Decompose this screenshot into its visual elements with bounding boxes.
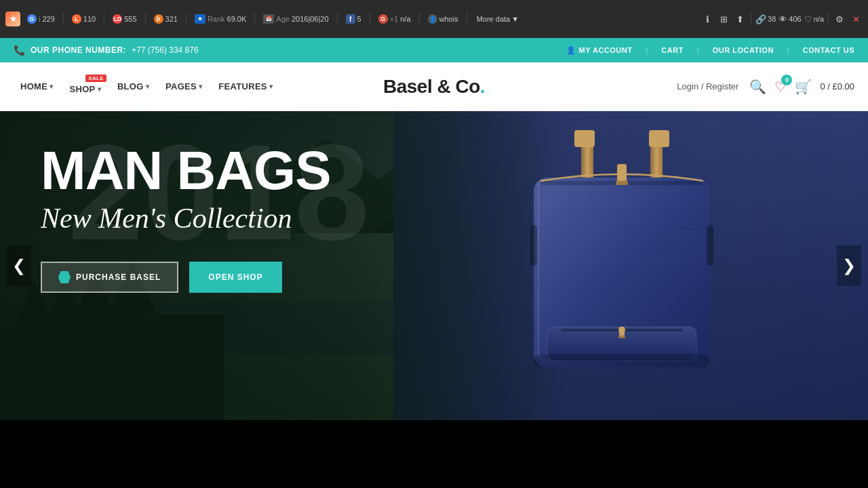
- metric-backlinks: b 321: [151, 13, 180, 25]
- separator: [419, 12, 420, 26]
- wishlist-count-badge: 0: [781, 75, 792, 85]
- svg-rect-30: [530, 225, 537, 266]
- login-register-link[interactable]: Login / Register: [677, 81, 738, 92]
- sale-badge: SALE: [85, 75, 106, 82]
- metric-google: G i 229: [24, 13, 58, 25]
- separator: [186, 12, 186, 26]
- nav-pages[interactable]: PAGES ▾: [159, 76, 209, 97]
- ext-count-links: 🔗 38: [755, 14, 776, 24]
- metric-rank: ⊕ Rank 69.0K: [192, 13, 249, 25]
- account-icon: 👤: [566, 46, 576, 55]
- phone-icon: 📞: [14, 45, 25, 56]
- blog-arrow-icon: ▾: [146, 83, 149, 90]
- top-bar-contact: 📞 OUR PHONE NUMBER: +77 (756) 334 876: [14, 45, 199, 56]
- purchase-button[interactable]: PURCHASE BASEL: [41, 262, 178, 293]
- backlinks-icon: b: [154, 14, 163, 24]
- browser-action-info[interactable]: ℹ: [701, 12, 714, 26]
- separator: [254, 12, 255, 26]
- svg-rect-34: [534, 354, 710, 367]
- google-icon: G: [27, 14, 37, 24]
- hero-next-button[interactable]: ❯: [837, 245, 861, 286]
- site-header: HOME ▾ SALE SHOP ▾ BLOG ▾ PAGES ▾ FEATUR…: [0, 62, 868, 111]
- metric-ld: LD 555: [110, 13, 139, 25]
- age-icon: 📅: [263, 14, 274, 24]
- browser-extension-icon: ★: [5, 12, 20, 26]
- more-data-button[interactable]: More data ▼: [473, 14, 523, 24]
- hero-subtitle: New Men's Collection: [41, 202, 331, 235]
- browser-action-buttons: ℹ ⊞ ⬆ 🔗 38 👁 406 ♡ n/a ⚙ ✕: [701, 12, 863, 26]
- nav-blog[interactable]: BLOG ▾: [111, 76, 156, 97]
- hero-content-area: MAN BAGS New Men's Collection PURCHASE B…: [41, 145, 331, 293]
- separator: [370, 12, 370, 26]
- phone-label: OUR PHONE NUMBER:: [31, 45, 126, 55]
- metric-age: 📅 Age 2016|06|20: [260, 13, 331, 25]
- separator: [467, 12, 467, 26]
- our-location-link[interactable]: OUR LOCATION: [713, 46, 774, 54]
- top-bar: 📞 OUR PHONE NUMBER: +77 (756) 334 876 👤 …: [0, 38, 868, 62]
- gplus-icon: G: [378, 14, 388, 24]
- main-nav: HOME ▾ SALE SHOP ▾ BLOG ▾ PAGES ▾ FEATUR…: [14, 73, 677, 100]
- separator: [828, 12, 829, 26]
- nav-home[interactable]: HOME ▾: [14, 76, 60, 97]
- home-arrow-icon: ▾: [50, 83, 53, 90]
- separator: [104, 12, 104, 26]
- ext-count-visits: 👁 406: [778, 14, 801, 24]
- open-shop-button[interactable]: OPEN SHOP: [189, 262, 281, 293]
- svg-rect-35: [537, 181, 540, 357]
- hero-buttons: PURCHASE BASEL OPEN SHOP: [41, 262, 331, 293]
- header-icons: 🔍 ♡ 0 🛒 0 / £0.00: [749, 79, 854, 95]
- nav-features[interactable]: FEATURES ▾: [212, 76, 279, 97]
- phone-number: +77 (756) 334 876: [132, 45, 198, 55]
- hero-section: 2018: [0, 111, 868, 420]
- pages-arrow-icon: ▾: [199, 83, 202, 90]
- metric-whois: 👤 whois: [425, 13, 461, 25]
- shop-arrow-icon: ▾: [98, 85, 101, 93]
- header-right-area: Login / Register 🔍 ♡ 0 🛒 0 / £0.00: [677, 79, 854, 95]
- my-account-link[interactable]: 👤 MY ACCOUNT: [566, 46, 632, 55]
- svg-rect-29: [618, 336, 625, 338]
- links-icon: L: [72, 14, 81, 24]
- svg-rect-33: [616, 181, 628, 185]
- metric-gplus: G +1 n/a: [376, 13, 414, 25]
- rank-icon: ⊕: [195, 14, 205, 24]
- purchase-icon: [58, 271, 71, 283]
- nav-shop[interactable]: SALE SHOP ▾: [63, 73, 108, 100]
- browser-action-share[interactable]: ⬆: [733, 12, 747, 26]
- metric-links: L 110: [69, 13, 98, 25]
- hero-bag-image: [396, 111, 848, 420]
- separator: [145, 12, 146, 26]
- contact-us-link[interactable]: CONTACT US: [803, 46, 854, 54]
- cart-total: 0 / £0.00: [820, 81, 854, 92]
- logo-dot: .: [480, 76, 485, 97]
- features-arrow-icon: ▾: [269, 83, 273, 90]
- search-icon[interactable]: 🔍: [749, 79, 766, 95]
- hero-prev-button[interactable]: ❮: [7, 245, 31, 286]
- svg-rect-19: [649, 130, 669, 147]
- browser-toolbar: ★ G i 229 L 110 LD 555 b 321 ⊕ Rank 69.0…: [0, 0, 868, 38]
- top-bar-links: 👤 MY ACCOUNT | CART | OUR LOCATION | CON…: [566, 46, 854, 55]
- website-content: 📞 OUR PHONE NUMBER: +77 (756) 334 876 👤 …: [0, 38, 868, 488]
- svg-rect-18: [574, 130, 595, 147]
- cart-link[interactable]: CART: [661, 46, 684, 54]
- browser-action-grid[interactable]: ⊞: [717, 12, 730, 26]
- separator: [751, 12, 751, 26]
- metric-facebook: f 5: [343, 13, 364, 25]
- site-logo[interactable]: Basel & Co.: [383, 76, 485, 98]
- facebook-icon: f: [346, 14, 355, 24]
- separator: [337, 12, 338, 26]
- separator: [63, 12, 64, 26]
- ld-icon: LD: [113, 14, 122, 24]
- ext-count-hearts: ♡ n/a: [804, 14, 824, 24]
- browser-close-button[interactable]: ✕: [849, 12, 863, 26]
- cart-icon[interactable]: 🛒: [795, 79, 812, 95]
- whois-icon: 👤: [428, 14, 437, 24]
- browser-settings-button[interactable]: ⚙: [833, 12, 846, 26]
- backpack-svg: [493, 123, 751, 408]
- hero-title: MAN BAGS: [41, 145, 331, 197]
- wishlist-icon[interactable]: ♡ 0: [774, 79, 787, 95]
- svg-rect-31: [707, 225, 713, 266]
